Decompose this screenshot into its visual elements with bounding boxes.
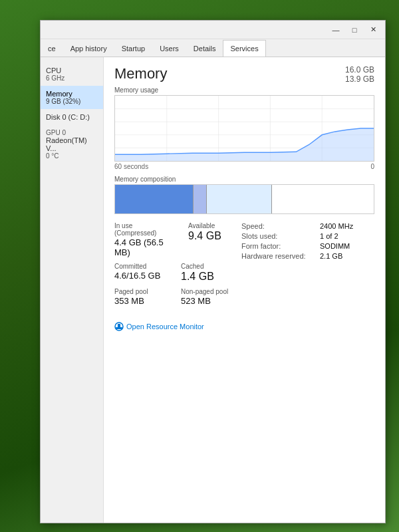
graph-fill-polygon <box>115 128 374 161</box>
cached-value: 1.4 GB <box>181 271 234 283</box>
stats-row-3: Paged pool 353 MB Non-paged pool 523 MB <box>114 288 241 306</box>
stat-committed: Committed 4.6/16.5 GB <box>114 263 168 283</box>
memory-usage-graph-section: Memory usage <box>114 86 374 170</box>
tab-ce[interactable]: ce <box>41 39 63 57</box>
sidebar-cpu-sub: 6 GHz <box>46 74 98 82</box>
speed-label: Speed: <box>241 222 315 230</box>
graph-usage-label: Memory usage <box>114 86 374 94</box>
content-area: CPU 6 GHz Memory 9 GB (32%) Disk 0 (C: D… <box>41 57 385 523</box>
hw-reserved-value: 2.1 GB <box>320 252 342 260</box>
stats-columns: In use (Compressed) 4.4 GB (56.5 MB) Ava… <box>114 222 374 311</box>
tab-details[interactable]: Details <box>186 39 223 57</box>
sidebar-cpu-label: CPU <box>46 66 98 74</box>
stats-row-2: Committed 4.6/16.5 GB Cached 1.4 GB <box>114 263 241 283</box>
tabs-bar: ce App history Startup Users Details Ser… <box>41 39 385 57</box>
stats-area: In use (Compressed) 4.4 GB (56.5 MB) Ava… <box>114 222 374 311</box>
usage-graph-svg <box>115 96 374 161</box>
sidebar-gpu-zero: GPU 0 <box>46 129 98 136</box>
stat-cached: Cached 1.4 GB <box>181 263 234 283</box>
sidebar-disk-label: Disk 0 (C: D:) <box>46 113 98 121</box>
sidebar-item-memory[interactable]: Memory 9 GB (32%) <box>41 86 103 109</box>
comp-modified <box>194 185 206 213</box>
memory-composition-section: Memory composition <box>114 176 374 214</box>
usage-graph <box>114 95 374 162</box>
right-stat-speed: Speed: 2400 MHz <box>241 222 374 230</box>
committed-value: 4.6/16.5 GB <box>114 271 168 281</box>
comp-standby <box>207 185 271 213</box>
resource-monitor-label: Open Resource Monitor <box>126 323 204 331</box>
panel-title: Memory <box>114 65 167 82</box>
non-paged-pool-value: 523 MB <box>181 296 234 306</box>
graph-time-label: 60 seconds <box>114 163 148 170</box>
comp-bar <box>114 184 374 214</box>
stat-paged-pool: Paged pool 353 MB <box>114 288 168 306</box>
in-use-label: In use (Compressed) <box>114 222 175 237</box>
window-controls: — □ ✕ <box>327 23 382 37</box>
right-stat-slots: Slots used: 1 of 2 <box>241 232 374 240</box>
paged-pool-value: 353 MB <box>114 296 168 306</box>
sidebar-item-disk[interactable]: Disk 0 (C: D:) <box>41 109 103 125</box>
sidebar-item-gpu[interactable]: GPU 0 Radeon(TM) V... 0 °C <box>41 125 103 164</box>
right-stat-form: Form factor: SODIMM <box>241 242 374 250</box>
maximize-button[interactable]: □ <box>345 23 364 37</box>
in-use-value: 4.4 GB (56.5 MB) <box>114 237 175 257</box>
svg-rect-10 <box>116 327 122 329</box>
stat-in-use: In use (Compressed) 4.4 GB (56.5 MB) <box>114 222 175 257</box>
graph-zero-label: 0 <box>370 163 374 170</box>
total-ram-value: 16.0 GB <box>345 65 374 74</box>
sidebar-memory-label: Memory <box>46 90 98 98</box>
tab-startup[interactable]: Startup <box>114 39 152 57</box>
form-value: SODIMM <box>320 242 350 250</box>
graph-footer: 60 seconds 0 <box>114 163 374 170</box>
sidebar-gpu-label: Radeon(TM) V... <box>46 136 98 152</box>
tab-app-history[interactable]: App history <box>63 39 114 57</box>
sidebar: CPU 6 GHz Memory 9 GB (32%) Disk 0 (C: D… <box>41 57 104 523</box>
slots-label: Slots used: <box>241 232 315 240</box>
svg-rect-9 <box>118 324 120 327</box>
stats-row-1: In use (Compressed) 4.4 GB (56.5 MB) Ava… <box>114 222 241 257</box>
minimize-button[interactable]: — <box>327 23 345 37</box>
sidebar-item-cpu[interactable]: CPU 6 GHz <box>41 63 103 86</box>
panel-header: Memory 16.0 GB 13.9 GB <box>114 65 374 84</box>
comp-in-use <box>115 185 193 213</box>
resource-monitor-link[interactable]: Open Resource Monitor <box>114 322 374 331</box>
committed-label: Committed <box>114 263 168 270</box>
task-manager-window: — □ ✕ ce App history Startup Users Detai… <box>40 20 386 523</box>
resource-monitor-icon <box>114 322 124 331</box>
paged-pool-label: Paged pool <box>114 288 168 295</box>
title-bar: — □ ✕ <box>41 21 385 39</box>
stat-non-paged-pool: Non-paged pool 523 MB <box>181 288 234 306</box>
available-label: Available <box>188 222 241 229</box>
available-value: 9.4 GB <box>188 230 241 242</box>
speed-value: 2400 MHz <box>320 222 353 230</box>
slots-value: 1 of 2 <box>320 232 338 240</box>
sidebar-memory-sub: 9 GB (32%) <box>46 98 98 105</box>
tab-users[interactable]: Users <box>152 39 186 57</box>
tab-services[interactable]: Services <box>223 40 265 57</box>
hw-reserved-label: Hardware reserved: <box>241 252 315 260</box>
stats-right: Speed: 2400 MHz Slots used: 1 of 2 Form … <box>241 222 374 311</box>
sidebar-gpu-temp: 0 °C <box>46 152 98 160</box>
stats-left: In use (Compressed) 4.4 GB (56.5 MB) Ava… <box>114 222 241 311</box>
comp-label: Memory composition <box>114 176 374 183</box>
total-ram-display: 16.0 GB 13.9 GB <box>345 65 374 84</box>
form-label: Form factor: <box>241 242 315 250</box>
right-stat-hw-reserved: Hardware reserved: 2.1 GB <box>241 252 374 260</box>
used-ram-value: 13.9 GB <box>345 74 374 84</box>
close-button[interactable]: ✕ <box>364 23 382 37</box>
main-panel: Memory 16.0 GB 13.9 GB Memory usage <box>104 57 385 523</box>
non-paged-pool-label: Non-paged pool <box>181 288 234 295</box>
comp-free <box>272 185 374 213</box>
stat-available: Available 9.4 GB <box>188 222 241 257</box>
cached-label: Cached <box>181 263 234 270</box>
